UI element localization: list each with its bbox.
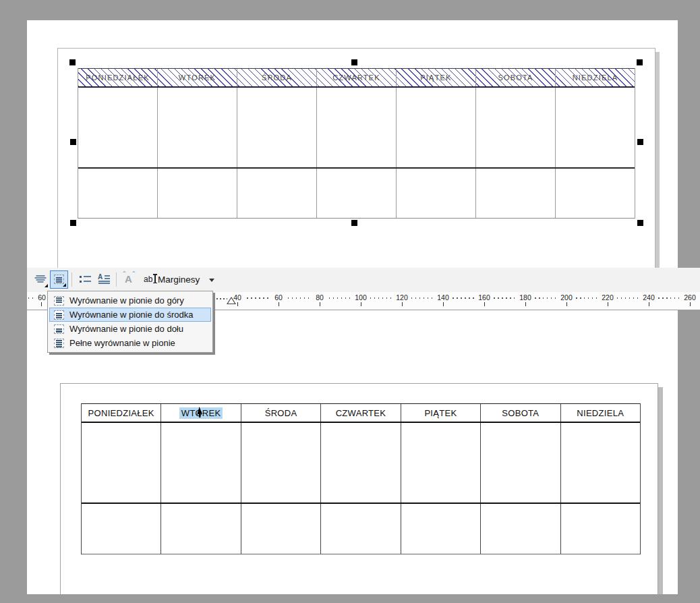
menu-item-valign-center-selected[interactable]: Wyrównanie w pionie do środka — [49, 308, 211, 322]
ruler-number: 240 — [641, 293, 657, 302]
app-window: PONIEDZIAŁEK WTOREK ŚRODA CZWARTEK PIĄTE… — [0, 0, 700, 603]
selection-handle-bottom-mid[interactable] — [351, 220, 357, 226]
table-cell[interactable] — [82, 423, 161, 502]
ruler-ticks — [658, 297, 682, 299]
day-label: ŚRODA — [265, 408, 297, 418]
menu-item-valign-top[interactable]: Wyrównanie w pionie do góry — [49, 293, 211, 308]
table-cell[interactable] — [481, 504, 560, 554]
table-cell[interactable] — [82, 504, 161, 554]
menu-item-valign-bottom[interactable]: Wyrównanie w pionie do dołu — [49, 322, 211, 336]
table-cell[interactable] — [476, 169, 556, 218]
table-cell[interactable] — [397, 169, 476, 218]
table-header-row: PONIEDZIAŁEK WTOREK ŚRODA CZWARTEK PIĄTE… — [82, 403, 640, 423]
table-cell[interactable] — [556, 88, 635, 167]
ruler-number: 220 — [600, 293, 616, 302]
day-header-cell[interactable]: NIEDZIELA — [561, 404, 640, 422]
text-rotate-button[interactable]: A — [121, 270, 139, 289]
marginesy-dropdown[interactable]: Marginesy — [154, 271, 218, 288]
day-header-cell[interactable]: CZWARTEK — [317, 69, 397, 86]
day-header-cell[interactable]: ŚRODA — [241, 404, 321, 422]
table-cell[interactable] — [78, 88, 158, 167]
table-cell[interactable] — [556, 169, 635, 218]
day-label: NIEDZIELA — [573, 74, 618, 82]
day-header-cell[interactable]: PIĄTEK — [397, 69, 476, 86]
day-header-cell[interactable]: NIEDZIELA — [556, 69, 635, 86]
table-cell[interactable] — [237, 169, 317, 218]
table-cell[interactable] — [78, 169, 158, 218]
ab-text-icon: ab — [144, 275, 152, 284]
selection-handle-top-right[interactable] — [637, 59, 643, 65]
menu-item-valign-justify[interactable]: Pełne wyrównanie w pionie — [49, 336, 211, 350]
table-cell[interactable] — [401, 504, 481, 554]
ruler-number: 60 — [270, 293, 287, 302]
selection-handle-top-left[interactable] — [69, 59, 76, 65]
table-cell[interactable] — [158, 169, 237, 218]
page-bottom-shadow — [658, 387, 663, 594]
marginesy-label: Marginesy — [158, 275, 200, 285]
ruler-number: 80 — [312, 293, 328, 302]
day-label: PONIEDZIAŁEK — [86, 74, 149, 82]
day-header-cell[interactable]: PIĄTEK — [401, 404, 481, 422]
ruler-ticks — [535, 297, 558, 299]
ruler-tick — [279, 302, 279, 306]
ruler-tick — [566, 302, 567, 306]
ruler-tick — [402, 302, 403, 306]
document-canvas-top: PONIEDZIAŁEK WTOREK ŚRODA CZWARTEK PIĄTE… — [27, 20, 678, 268]
table-cell[interactable] — [161, 504, 241, 554]
selection-handle-top-mid[interactable] — [351, 59, 357, 65]
cell-valign-center-icon — [54, 275, 64, 284]
valign-dropdown-menu: Wyrównanie w pionie do góry Wyrównanie w… — [47, 291, 213, 353]
cell-valign-button-active[interactable] — [50, 270, 68, 289]
table-body-row — [82, 504, 640, 554]
table-cell[interactable] — [561, 504, 640, 554]
day-header-cell[interactable]: ŚRODA — [237, 69, 317, 86]
day-header-cell[interactable]: PONIEDZIAŁEK — [82, 404, 161, 422]
table-cell[interactable] — [321, 504, 401, 554]
table-cell[interactable] — [321, 423, 401, 502]
table-cell[interactable] — [401, 423, 481, 502]
table-body-row — [82, 423, 640, 504]
table-cell[interactable] — [158, 88, 237, 167]
table-cell[interactable] — [476, 88, 556, 167]
table-body-row — [78, 88, 635, 169]
table-cell[interactable] — [237, 88, 317, 167]
toolbar: A A ab Marginesy — [27, 268, 700, 293]
day-header-cell[interactable]: SOBOTA — [481, 404, 560, 422]
menu-item-label: Wyrównanie w pionie do góry — [69, 295, 184, 306]
table-cell[interactable] — [241, 504, 321, 554]
ruler-number: 200 — [558, 293, 575, 302]
table-body-row — [78, 169, 635, 219]
indent-markers[interactable] — [209, 293, 239, 307]
bullet-list-button[interactable] — [76, 270, 94, 289]
ruler-tick — [443, 302, 444, 306]
day-header-cell[interactable]: CZWARTEK — [321, 404, 401, 422]
table-cell[interactable] — [317, 169, 397, 218]
table-cell[interactable] — [481, 423, 560, 502]
day-label: SOBOTA — [498, 74, 533, 82]
paragraph-valign-button[interactable] — [31, 270, 49, 289]
selection-handle-mid-left[interactable] — [70, 139, 76, 145]
paragraph-spacing-button[interactable]: A — [95, 270, 113, 289]
selection-handle-bottom-left[interactable] — [70, 220, 76, 226]
day-label: CZWARTEK — [336, 408, 386, 418]
menu-item-label: Wyrównanie w pionie do środka — [69, 310, 193, 320]
table-cell[interactable] — [317, 88, 397, 167]
day-header-cell[interactable]: SOBOTA — [476, 69, 556, 86]
selection-handle-bottom-right[interactable] — [637, 220, 643, 226]
ruler-number: 180 — [517, 293, 533, 302]
table-cell[interactable] — [241, 423, 321, 502]
table-cell[interactable] — [397, 88, 476, 167]
rotate-a-icon: A — [125, 273, 132, 285]
selection-handle-mid-right[interactable] — [637, 139, 643, 145]
day-header-cell[interactable]: WTOREK — [158, 69, 237, 86]
ruler-ticks — [288, 297, 312, 299]
ruler-number: 100 — [353, 293, 369, 302]
day-label: CZWARTEK — [332, 74, 380, 82]
ruler-ticks — [370, 297, 394, 299]
day-header-cell[interactable]: PONIEDZIAŁEK — [78, 69, 158, 86]
ruler-ticks — [453, 297, 476, 299]
table-cell[interactable] — [561, 423, 640, 502]
ruler-ticks — [617, 297, 641, 299]
table-cell[interactable] — [161, 423, 241, 502]
day-label: PIĄTEK — [424, 408, 457, 418]
